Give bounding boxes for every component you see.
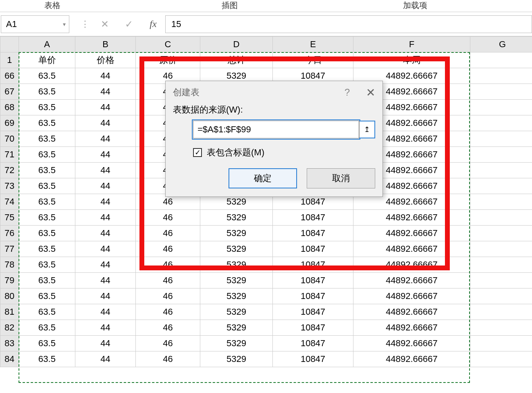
row-header[interactable]: 72 [0,163,19,178]
cell[interactable]: 44 [75,288,136,304]
row-header[interactable]: 83 [0,336,19,351]
cell[interactable]: 总计 [200,52,273,68]
cell[interactable]: 46 [136,351,200,367]
dialog-range-input[interactable] [193,121,359,138]
row-header[interactable]: 68 [0,100,19,115]
cell[interactable]: 46 [136,257,200,273]
cell[interactable] [470,100,532,115]
cell[interactable] [470,226,532,241]
cell[interactable]: 44 [75,194,136,210]
row-header[interactable]: 75 [0,210,19,226]
cell[interactable]: 44892.66667 [353,210,470,226]
cell[interactable]: 46 [136,226,200,241]
dialog-help-button[interactable]: ? [345,87,350,98]
dialog-collapse-button[interactable]: ↥ [359,121,375,138]
cell[interactable]: 46 [136,336,200,351]
cell[interactable]: 63.5 [19,131,75,147]
cell[interactable]: 44892.66667 [353,241,470,257]
cell[interactable] [470,131,532,147]
row-header[interactable]: 81 [0,304,19,320]
row-header[interactable]: 66 [0,68,19,84]
ribbon-tab-tables[interactable]: 表格 [0,0,105,12]
cell[interactable]: 44 [75,115,136,131]
cell[interactable]: 63.5 [19,241,75,257]
cell[interactable]: 46 [136,320,200,336]
cell[interactable] [470,210,532,226]
ribbon-tab-illustrations[interactable]: 插图 [105,0,355,12]
col-header-A[interactable]: A [19,37,75,52]
row-header[interactable]: 70 [0,131,19,147]
cell[interactable]: 44 [75,257,136,273]
cell[interactable]: 5329 [200,304,273,320]
cell[interactable]: 44892.66667 [353,320,470,336]
cell[interactable]: 63.5 [19,68,75,84]
cell[interactable]: 10847 [273,226,353,241]
col-header-G[interactable]: G [470,37,532,52]
cell[interactable]: 44 [75,178,136,194]
row-header[interactable]: 74 [0,194,19,210]
cell[interactable]: 5329 [200,226,273,241]
cell[interactable]: 63.5 [19,226,75,241]
cell[interactable]: 5329 [200,257,273,273]
cell[interactable]: 44 [75,241,136,257]
row-header[interactable]: 78 [0,257,19,273]
cell[interactable]: 44892.66667 [353,304,470,320]
formula-input[interactable]: 15 [165,15,532,33]
cell[interactable]: 5329 [200,320,273,336]
cell[interactable]: 10847 [273,320,353,336]
cell[interactable]: 5329 [200,288,273,304]
name-box-dropdown-icon[interactable]: ▾ [63,21,66,27]
cell[interactable] [470,52,532,68]
cell[interactable]: 44 [75,304,136,320]
col-header-F[interactable]: F [353,37,470,52]
cell[interactable]: 63.5 [19,163,75,178]
cell[interactable]: 44 [75,351,136,367]
select-all-corner[interactable] [0,37,19,52]
row-header[interactable]: 77 [0,241,19,257]
cell[interactable]: 63.5 [19,115,75,131]
cell[interactable] [470,288,532,304]
cell[interactable] [470,68,532,84]
cell[interactable]: 5329 [200,336,273,351]
dialog-has-headers-checkbox[interactable]: ✓ [193,148,202,157]
cell[interactable]: 44892.66667 [353,336,470,351]
cell[interactable]: 44 [75,147,136,163]
row-header[interactable]: 76 [0,226,19,241]
cell[interactable]: 本周 [353,52,470,68]
cell[interactable]: 10847 [273,241,353,257]
cell[interactable]: 10847 [273,257,353,273]
row-header[interactable]: 67 [0,84,19,100]
cell[interactable]: 44892.66667 [353,273,470,288]
name-box[interactable]: A1 ▾ [1,15,69,33]
cell[interactable]: 63.5 [19,351,75,367]
cell[interactable]: 63.5 [19,257,75,273]
cell[interactable]: 63.5 [19,304,75,320]
cell[interactable]: 63.5 [19,178,75,194]
cell[interactable]: 46 [136,288,200,304]
cell[interactable]: 63.5 [19,288,75,304]
cell[interactable]: 原价 [136,52,200,68]
cell[interactable]: 5329 [200,273,273,288]
cell[interactable]: 46 [136,304,200,320]
cell[interactable]: 44 [75,210,136,226]
cell[interactable] [470,115,532,131]
formula-enter-button[interactable]: ✓ [117,15,141,33]
cell[interactable]: 46 [136,210,200,226]
cell[interactable] [470,336,532,351]
row-header[interactable]: 69 [0,115,19,131]
cell[interactable]: 10847 [273,304,353,320]
row-header[interactable]: 82 [0,320,19,336]
cell[interactable]: 44 [75,100,136,115]
cell[interactable] [470,320,532,336]
cell[interactable]: 44 [75,131,136,147]
cell[interactable]: 10847 [273,288,353,304]
insert-function-button[interactable]: fx [141,15,165,33]
cell[interactable]: 5329 [200,241,273,257]
cell[interactable]: 5329 [200,351,273,367]
cell[interactable]: 44 [75,226,136,241]
cell[interactable]: 44892.66667 [353,288,470,304]
cell[interactable]: 44 [75,320,136,336]
cell[interactable] [470,178,532,194]
cell[interactable]: 63.5 [19,210,75,226]
dialog-titlebar[interactable]: 创建表 ? ✕ [166,81,382,104]
